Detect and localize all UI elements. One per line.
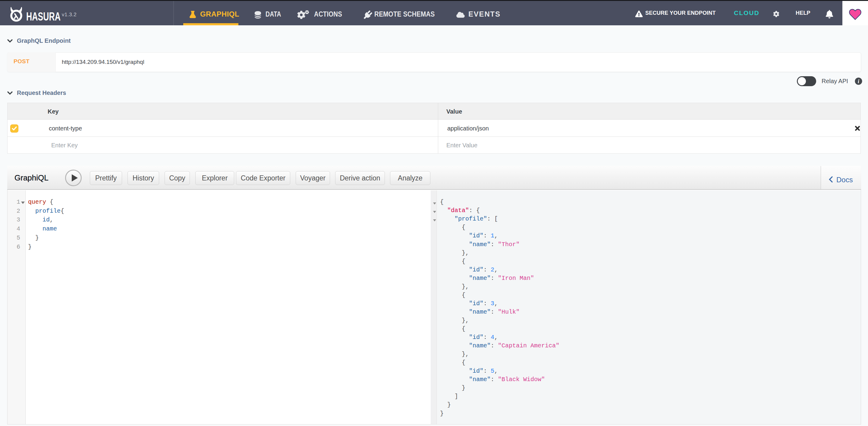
svg-text:HASURA: HASURA xyxy=(26,12,61,21)
svg-text:i: i xyxy=(858,78,859,84)
